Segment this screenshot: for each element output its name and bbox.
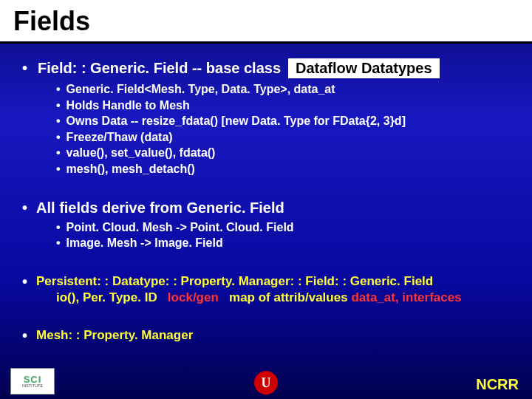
- list-item: •Owns Data -- resize_fdata() [new Data. …: [56, 113, 510, 129]
- list-item: •Point. Cloud. Mesh -> Point. Cloud. Fie…: [56, 219, 510, 236]
- list-item: •Holds Handle to Mesh: [56, 98, 510, 114]
- seg-map: map of attrib/values: [229, 290, 348, 304]
- sec2-sublist: •Point. Cloud. Mesh -> Point. Cloud. Fie…: [56, 219, 510, 251]
- bullet-dot: •: [56, 145, 61, 161]
- bullet-l1-persistent: • Persistent: : Datatype: : Property. Ma…: [22, 273, 510, 290]
- footer-ncrr: NCRR: [476, 376, 519, 393]
- slide-body: • Field: : Generic. Field -- base class …: [0, 44, 532, 344]
- l2-text: Point. Cloud. Mesh -> Point. Cloud. Fiel…: [66, 219, 294, 236]
- l1-text: All fields derive from Generic. Field: [36, 200, 284, 216]
- sci-institute-logo: SCI INSTITUTE: [10, 368, 55, 395]
- logo-institute-text: INSTITUTE: [22, 384, 44, 388]
- list-item: •Image. Mesh -> Image. Field: [56, 235, 510, 251]
- bullet-dot: •: [22, 327, 27, 344]
- list-item: •value(), set_value(), fdata(): [56, 145, 510, 161]
- bullet-l1-field-base: • Field: : Generic. Field -- base class …: [22, 58, 510, 78]
- list-item: •mesh(), mesh_detach(): [56, 161, 510, 177]
- bullet-dot: •: [22, 60, 27, 77]
- l1-text: Mesh: : Property. Manager: [36, 328, 193, 343]
- dataflow-datatypes-tag: Dataflow Datatypes: [288, 58, 440, 78]
- bullet-dot: •: [56, 113, 61, 129]
- l2-text: value(), set_value(), fdata(): [66, 145, 216, 161]
- l2-text: Holds Handle to Mesh: [66, 98, 190, 114]
- bullet-dot: •: [56, 219, 61, 236]
- l2-text: Owns Data -- resize_fdata() [new Data. T…: [66, 113, 406, 129]
- seg-lockgen: lock/gen: [168, 290, 219, 304]
- list-item: •Generic. Field<Mesh. Type, Data. Type>,…: [56, 81, 510, 98]
- bullet-dot: •: [56, 81, 61, 98]
- bullet-l1-derive: • All fields derive from Generic. Field: [22, 200, 510, 216]
- l1-text: Field: : Generic. Field -- base class: [38, 60, 281, 77]
- bullet-dot: •: [56, 235, 61, 251]
- university-u-logo: U: [254, 371, 278, 395]
- slide-title: Fields: [0, 0, 532, 44]
- sec1-sublist: •Generic. Field<Mesh. Type, Data. Type>,…: [56, 81, 510, 177]
- logo-u-glyph: U: [262, 375, 271, 391]
- bullet-dot: •: [22, 273, 27, 290]
- seg-dataat: data_at, interfaces: [351, 290, 461, 304]
- bullet-dot: •: [56, 129, 61, 146]
- list-item: •Freeze/Thaw (data): [56, 129, 510, 146]
- bullet-dot: •: [56, 98, 61, 114]
- l1-text: Persistent: : Datatype: : Property. Mana…: [36, 274, 433, 289]
- logo-sci-text: SCI: [24, 375, 42, 384]
- l2-text: Generic. Field<Mesh. Type, Data. Type>, …: [66, 81, 335, 98]
- persistent-detail-line: io(), Per. Type. ID lock/gen map of attr…: [56, 290, 510, 305]
- bullet-l1-mesh-pm: • Mesh: : Property. Manager: [22, 327, 510, 344]
- bullet-dot: •: [56, 161, 61, 177]
- l2-text: Image. Mesh -> Image. Field: [66, 235, 223, 251]
- seg-io: io(), Per. Type. ID: [56, 290, 157, 304]
- l2-text: mesh(), mesh_detach(): [66, 161, 195, 177]
- l2-text: Freeze/Thaw (data): [66, 129, 173, 146]
- bullet-dot: •: [22, 200, 27, 216]
